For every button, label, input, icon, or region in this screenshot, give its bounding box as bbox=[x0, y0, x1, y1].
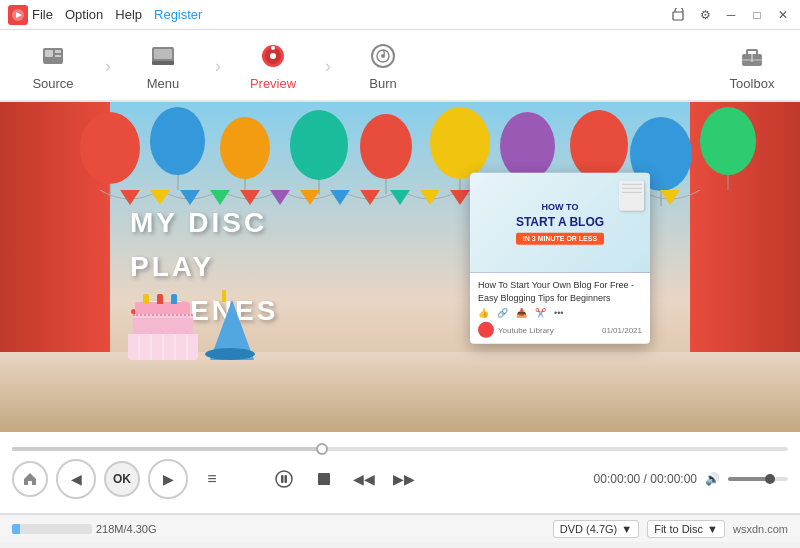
svg-rect-41 bbox=[281, 475, 284, 483]
svg-marker-23 bbox=[180, 190, 200, 205]
svg-rect-43 bbox=[318, 473, 330, 485]
burn-label: Burn bbox=[369, 76, 396, 91]
card-body: How To Start Your Own Blog For Free - Ea… bbox=[470, 273, 650, 344]
balloon-10 bbox=[700, 107, 756, 175]
rewind-button[interactable]: ◀◀ bbox=[348, 463, 380, 495]
menu-bar: File Option Help Register bbox=[32, 7, 202, 22]
progress-indicator bbox=[12, 524, 92, 534]
controls-bar: ◀ OK ▶ ≡ ◀◀ ▶▶ 00:00:00 / 00:00:00 🔊 bbox=[0, 432, 800, 514]
svg-marker-30 bbox=[390, 190, 410, 205]
progress-indicator-fill bbox=[12, 524, 20, 534]
disc-type-chevron: ▼ bbox=[621, 523, 632, 535]
svg-rect-6 bbox=[55, 55, 61, 57]
volume-icon: 🔊 bbox=[705, 472, 720, 486]
progress-row bbox=[12, 447, 788, 451]
svg-point-13 bbox=[271, 46, 275, 50]
minimize-icon[interactable]: ─ bbox=[722, 6, 740, 24]
balloon-scene: MY DISC PLAY ● SCENES HOW TO START A BLO… bbox=[0, 102, 800, 432]
file-menu[interactable]: File bbox=[32, 7, 53, 22]
svg-marker-39 bbox=[660, 190, 680, 205]
menu-button[interactable]: ≡ bbox=[196, 463, 228, 495]
toolbox-icon bbox=[736, 40, 768, 72]
ok-button[interactable]: OK bbox=[104, 461, 140, 497]
svg-marker-21 bbox=[120, 190, 140, 205]
toolbox-label: Toolbox bbox=[730, 76, 775, 91]
nav-ring-right: ▶ bbox=[148, 459, 188, 499]
title-bar-left: File Option Help Register bbox=[8, 5, 202, 25]
title-bar-right: ⚙ ─ □ ✕ bbox=[670, 6, 792, 24]
forward-button[interactable]: ▶▶ bbox=[388, 463, 420, 495]
card-icons: 👍🔗📥✂️••• bbox=[478, 308, 642, 318]
preview-icon bbox=[257, 40, 289, 72]
burn-icon bbox=[367, 40, 399, 72]
left-button[interactable]: ◀ bbox=[60, 463, 92, 495]
pause-button[interactable] bbox=[268, 463, 300, 495]
volume-fill bbox=[728, 477, 770, 481]
balloon-8 bbox=[570, 110, 628, 180]
balloon-4 bbox=[290, 110, 348, 180]
stop-button[interactable] bbox=[308, 463, 340, 495]
svg-point-40 bbox=[276, 471, 292, 487]
nav-sep-1: › bbox=[98, 30, 118, 102]
birthday-cake bbox=[125, 302, 200, 360]
balloon-1 bbox=[80, 112, 140, 184]
close-icon[interactable]: ✕ bbox=[774, 6, 792, 24]
svg-marker-32 bbox=[450, 190, 470, 205]
toolbar: Source › Menu › bbox=[0, 30, 800, 102]
register-menu[interactable]: Register bbox=[154, 7, 202, 22]
party-hat bbox=[210, 300, 254, 360]
fit-option-label: Fit to Disc bbox=[654, 523, 703, 535]
svg-rect-42 bbox=[285, 475, 288, 483]
home-button[interactable] bbox=[12, 461, 48, 497]
svg-marker-25 bbox=[240, 190, 260, 205]
help-menu[interactable]: Help bbox=[115, 7, 142, 22]
progress-fill bbox=[12, 447, 322, 451]
time-display: 00:00:00 / 00:00:00 🔊 bbox=[594, 472, 788, 486]
balloon-6 bbox=[430, 107, 490, 179]
svg-marker-26 bbox=[270, 190, 290, 205]
svg-marker-29 bbox=[360, 190, 380, 205]
svg-rect-9 bbox=[152, 61, 174, 65]
disc-type-dropdown[interactable]: DVD (4.7G) ▼ bbox=[553, 520, 639, 538]
app-icon bbox=[8, 5, 28, 25]
maximize-icon[interactable]: □ bbox=[748, 6, 766, 24]
floor bbox=[0, 352, 800, 432]
preview-card: HOW TO START A BLOG IN 3 MINUTE OR LESS … bbox=[470, 173, 650, 344]
video-preview: MY DISC PLAY ● SCENES HOW TO START A BLO… bbox=[0, 102, 800, 432]
card-description: How To Start Your Own Blog For Free - Ea… bbox=[478, 279, 642, 304]
decoration-group bbox=[125, 300, 254, 360]
controls-row: ◀ OK ▶ ≡ ◀◀ ▶▶ 00:00:00 / 00:00:00 🔊 bbox=[12, 459, 788, 499]
notification-icon[interactable] bbox=[670, 6, 688, 24]
menu-nav-label: Menu bbox=[147, 76, 180, 91]
fit-option-dropdown[interactable]: Fit to Disc ▼ bbox=[647, 520, 725, 538]
nav-item-menu[interactable]: Menu bbox=[118, 30, 208, 100]
svg-marker-22 bbox=[150, 190, 170, 205]
disc-title-text: MY DISC bbox=[130, 207, 278, 239]
source-label: Source bbox=[32, 76, 73, 91]
right-button[interactable]: ▶ bbox=[152, 463, 184, 495]
volume-slider[interactable] bbox=[728, 477, 788, 481]
card-footer: Youtube Library 01/01/2021 bbox=[478, 322, 642, 338]
svg-marker-24 bbox=[210, 190, 230, 205]
svg-point-12 bbox=[270, 53, 276, 59]
volume-thumb bbox=[765, 474, 775, 484]
nav-item-source[interactable]: Source bbox=[8, 30, 98, 100]
nav-items: Source › Menu › bbox=[8, 30, 712, 100]
nav-item-toolbox[interactable]: Toolbox bbox=[712, 30, 792, 100]
nav-sep-2: › bbox=[208, 30, 228, 102]
menu-nav-icon bbox=[147, 40, 179, 72]
card-thumbnail: HOW TO START A BLOG IN 3 MINUTE OR LESS bbox=[470, 173, 650, 273]
balloon-3 bbox=[220, 117, 270, 179]
nav-ring: ◀ bbox=[56, 459, 96, 499]
option-menu[interactable]: Option bbox=[65, 7, 103, 22]
fit-option-chevron: ▼ bbox=[707, 523, 718, 535]
nav-item-burn[interactable]: Burn bbox=[338, 30, 428, 100]
nav-item-preview[interactable]: Preview bbox=[228, 30, 318, 100]
progress-track[interactable] bbox=[12, 447, 788, 451]
settings-icon[interactable]: ⚙ bbox=[696, 6, 714, 24]
time-text: 00:00:00 / 00:00:00 bbox=[594, 472, 697, 486]
status-bar: 218M/4.30G DVD (4.7G) ▼ Fit to Disc ▼ ws… bbox=[0, 514, 800, 542]
preview-label: Preview bbox=[250, 76, 296, 91]
title-bar: File Option Help Register ⚙ ─ □ ✕ bbox=[0, 0, 800, 30]
balloon-7 bbox=[500, 112, 555, 180]
